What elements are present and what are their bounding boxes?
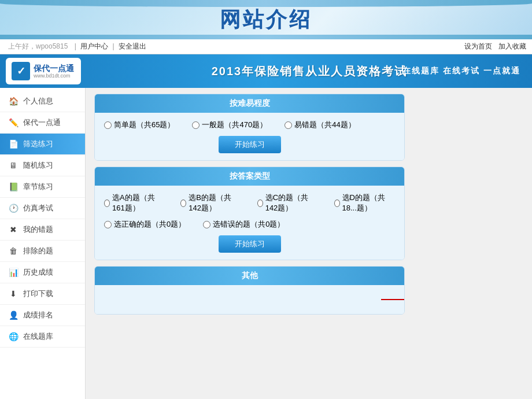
sidebar-label-online: 在线题库 bbox=[23, 331, 53, 342]
other-panel: 其他 bbox=[94, 266, 405, 315]
label-a: 选A的题（共161题） bbox=[112, 193, 163, 213]
sidebar-label-filter: 筛选练习 bbox=[23, 139, 53, 149]
difficulty-header: 按难易程度 bbox=[95, 94, 404, 113]
answer-type-header: 按答案类型 bbox=[95, 167, 404, 186]
other-title: 其他 bbox=[242, 271, 258, 280]
sidebar-item-chapter[interactable]: 📗 章节练习 bbox=[0, 176, 85, 198]
other-body bbox=[95, 285, 404, 314]
separator1: | bbox=[75, 42, 78, 50]
clock-icon: 🕐 bbox=[8, 203, 19, 213]
label-wrong: 选错误的题（共0题） bbox=[213, 219, 285, 230]
home-icon: 🏠 bbox=[8, 96, 19, 106]
difficulty-title: 按难易程度 bbox=[230, 98, 270, 108]
sidebar-label-removed: 排除的题 bbox=[23, 246, 53, 256]
radio-b[interactable] bbox=[180, 200, 186, 207]
sidebar-item-simulation[interactable]: 🕐 仿真考试 bbox=[0, 198, 85, 219]
answer-type-body: 选A的题（共161题） 选B的题（共142题） 选C的题（共142题） bbox=[95, 186, 404, 260]
difficulty-label-tricky: 易错题（共44题） bbox=[294, 120, 355, 130]
radio-c[interactable] bbox=[257, 200, 263, 207]
content-area: 按难易程度 简单题（共65题） 一般题（共470题） bbox=[86, 88, 413, 399]
sidebar-label-simulation: 仿真考试 bbox=[23, 203, 53, 213]
label-c: 选C的题（共142题） bbox=[265, 193, 317, 213]
top-nav-left: 上午好，wpoo5815 | 用户中心 | 安全退出 bbox=[6, 42, 146, 51]
answer-type-panel: 按答案类型 选A的题（共161题） 选B的题（共142题） bbox=[94, 167, 405, 260]
difficulty-options-row: 简单题（共65题） 一般题（共470题） 易错题（共44题） bbox=[104, 120, 395, 130]
sidebar-item-print[interactable]: ⬇ 打印下载 bbox=[0, 283, 85, 305]
radio-correct[interactable] bbox=[104, 221, 112, 228]
sidebar-label-ranking: 成绩排名 bbox=[23, 310, 53, 320]
difficulty-option-simple[interactable]: 简单题（共65题） bbox=[104, 120, 175, 130]
answer-type-start-button[interactable]: 开始练习 bbox=[219, 235, 281, 253]
sidebar-item-online[interactable]: 🌐 在线题库 bbox=[0, 326, 85, 348]
logo-tags: 在线题库 在线考试 一点就通 bbox=[402, 66, 520, 76]
page-title: 网站介绍 bbox=[220, 6, 312, 34]
set-home-link[interactable]: 设为首页 bbox=[464, 42, 492, 50]
sidebar-label-mistakes: 我的错题 bbox=[23, 224, 53, 235]
option-b[interactable]: 选B的题（共142题） bbox=[180, 193, 239, 213]
difficulty-option-tricky[interactable]: 易错题（共44题） bbox=[285, 120, 355, 130]
logo-bar: ✓ 保代一点通 www.bd1dt.com 2013年保险销售从业人员资格考试 … bbox=[0, 54, 532, 88]
sidebar-item-removed[interactable]: 🗑 排除的题 bbox=[0, 241, 85, 262]
label-d: 选D的题（共18...题） bbox=[342, 193, 396, 213]
top-nav-right: 设为首页 加入收藏 bbox=[464, 42, 526, 51]
radio-d[interactable] bbox=[334, 200, 340, 207]
answer-type-row2: 选正确的题（共0题） 选错误的题（共0题） bbox=[104, 219, 395, 230]
sidebar-label-baodai: 保代一点通 bbox=[23, 117, 61, 128]
sidebar-label-chapter: 章节练习 bbox=[23, 182, 53, 192]
difficulty-label-simple: 简单题（共65题） bbox=[114, 120, 175, 130]
difficulty-start-button[interactable]: 开始练习 bbox=[219, 136, 281, 153]
brand-name: 保代一点通 bbox=[34, 64, 74, 73]
option-d[interactable]: 选D的题（共18...题） bbox=[334, 193, 396, 213]
trash-icon: 🗑 bbox=[8, 246, 19, 256]
globe-icon: 🌐 bbox=[8, 331, 19, 342]
separator2: | bbox=[113, 42, 116, 50]
x-icon: ✖ bbox=[8, 224, 19, 235]
sidebar-item-history[interactable]: 📊 历史成绩 bbox=[0, 262, 85, 283]
filter-icon: 📄 bbox=[8, 139, 19, 149]
sidebar-item-filter[interactable]: 📄 筛选练习 bbox=[0, 134, 85, 155]
option-correct[interactable]: 选正确的题（共0题） bbox=[104, 219, 186, 230]
radio-normal[interactable] bbox=[192, 121, 200, 129]
difficulty-body: 简单题（共65题） 一般题（共470题） 易错题（共44题） 开始练习 bbox=[95, 113, 404, 160]
annotations-column bbox=[413, 88, 532, 399]
difficulty-panel: 按难易程度 简单题（共65题） 一般题（共470题） bbox=[94, 94, 405, 161]
wave-bottom-decoration bbox=[0, 35, 532, 39]
sidebar-item-personal[interactable]: 🏠 个人信息 bbox=[0, 91, 85, 112]
sidebar-item-baodai[interactable]: ✏️ 保代一点通 bbox=[0, 112, 85, 134]
top-nav: 上午好，wpoo5815 | 用户中心 | 安全退出 设为首页 加入收藏 bbox=[0, 39, 532, 54]
logo-box: ✓ 保代一点通 www.bd1dt.com bbox=[6, 58, 81, 84]
difficulty-option-normal[interactable]: 一般题（共470题） bbox=[192, 120, 267, 130]
monitor-icon: 🖥 bbox=[8, 160, 19, 171]
bookmark-link[interactable]: 加入收藏 bbox=[498, 42, 526, 50]
brand-url: www.bd1dt.com bbox=[34, 73, 74, 79]
greeting-user: 上午好，wpoo5815 bbox=[8, 42, 68, 50]
option-c[interactable]: 选C的题（共142题） bbox=[257, 193, 317, 213]
option-wrong[interactable]: 选错误的题（共0题） bbox=[203, 219, 285, 230]
radio-simple[interactable] bbox=[104, 121, 112, 129]
logout-link[interactable]: 安全退出 bbox=[119, 42, 146, 50]
book-icon: 📗 bbox=[8, 182, 19, 192]
sidebar-item-ranking[interactable]: 👤 成绩排名 bbox=[0, 305, 85, 326]
sidebar-label-personal: 个人信息 bbox=[23, 96, 53, 106]
radio-wrong[interactable] bbox=[203, 221, 210, 228]
logo-text-group: 保代一点通 www.bd1dt.com bbox=[34, 64, 74, 79]
download-icon: ⬇ bbox=[8, 289, 19, 299]
header-banner: 网站介绍 bbox=[0, 0, 532, 39]
sidebar-label-random: 随机练习 bbox=[23, 160, 53, 171]
user-center-link[interactable]: 用户中心 bbox=[80, 42, 108, 50]
chart-icon: 📊 bbox=[8, 267, 19, 278]
wave-top-decoration bbox=[0, 0, 532, 7]
sidebar-item-mistakes[interactable]: ✖ 我的错题 bbox=[0, 219, 85, 241]
sidebar-item-random[interactable]: 🖥 随机练习 bbox=[0, 155, 85, 176]
other-body-arrow bbox=[381, 299, 405, 300]
radio-a[interactable] bbox=[104, 200, 110, 207]
sidebar-label-history: 历史成绩 bbox=[23, 267, 53, 278]
answer-type-row1: 选A的题（共161题） 选B的题（共142题） 选C的题（共142题） bbox=[104, 193, 395, 213]
difficulty-label-normal: 一般题（共470题） bbox=[202, 120, 267, 130]
radio-tricky[interactable] bbox=[285, 121, 292, 129]
option-a[interactable]: 选A的题（共161题） bbox=[104, 193, 163, 213]
main-layout: 🏠 个人信息 ✏️ 保代一点通 📄 筛选练习 🖥 随机练习 📗 章节练习 🕐 仿… bbox=[0, 88, 532, 399]
other-header: 其他 bbox=[95, 267, 404, 285]
logo-icon: ✓ bbox=[12, 62, 30, 80]
answer-type-title: 按答案类型 bbox=[230, 171, 270, 180]
